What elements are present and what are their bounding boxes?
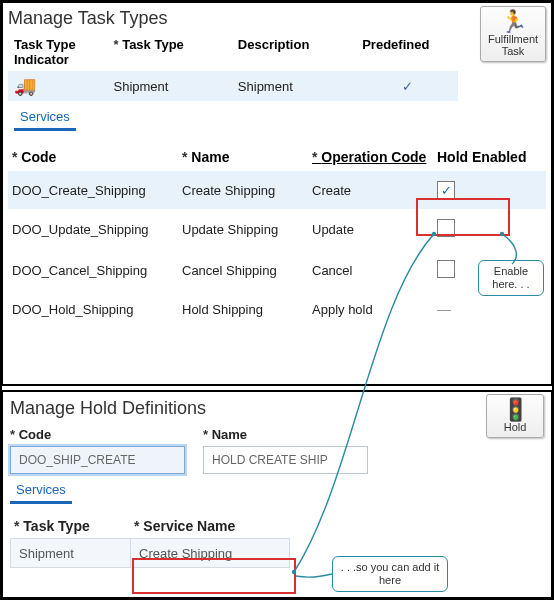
svc-name: Cancel Shipping xyxy=(182,263,312,278)
svc-code: DOO_Create_Shipping xyxy=(12,183,182,198)
hold-services-header: * Task Type * Service Name xyxy=(10,518,544,538)
th-code: Code xyxy=(21,149,56,165)
svc-op: Apply hold xyxy=(312,302,437,317)
th-tasktype2: Task Type xyxy=(23,518,89,534)
service-row[interactable]: DOO_Update_Shipping Update Shipping Upda… xyxy=(8,209,546,250)
tab-services[interactable]: Services xyxy=(14,107,76,131)
th-tasktype: * Task Type xyxy=(107,33,231,71)
badge-label: Fulfillment xyxy=(483,33,543,45)
hold-enabled-na: — xyxy=(437,301,453,317)
svc-op: Cancel xyxy=(312,263,437,278)
svc-code: DOO_Update_Shipping xyxy=(12,222,182,237)
fulfillment-task-badge: 🏃 Fulfillment Task xyxy=(480,6,546,62)
badge-label: Hold xyxy=(489,421,541,433)
manage-task-types-panel: Manage Task Types Task Type Indicator * … xyxy=(2,2,552,382)
traffic-light-icon: 🚦 xyxy=(489,399,541,421)
th-indicator: Task Type Indicator xyxy=(8,33,107,71)
svc-code: DOO_Hold_Shipping xyxy=(12,302,182,317)
hold-tasktype-cell[interactable]: Shipment xyxy=(10,538,130,568)
tab-services-bottom[interactable]: Services xyxy=(10,480,72,504)
task-type-value: Shipment xyxy=(107,71,231,101)
service-row[interactable]: DOO_Create_Shipping Create Shipping Crea… xyxy=(8,171,546,209)
svc-code: DOO_Cancel_Shipping xyxy=(12,263,182,278)
badge-label: Task xyxy=(483,45,543,57)
hold-badge: 🚦 Hold xyxy=(486,394,544,438)
label-name: Name xyxy=(212,427,247,442)
svc-name: Hold Shipping xyxy=(182,302,312,317)
svc-op: Update xyxy=(312,222,437,237)
hold-enabled-checkbox[interactable]: ✓ xyxy=(437,181,455,199)
code-input[interactable] xyxy=(10,446,185,474)
th-predefined: Predefined xyxy=(356,33,458,71)
manage-hold-definitions-panel: Manage Hold Definitions * Code * Name Se… xyxy=(2,392,552,598)
service-row[interactable]: DOO_Hold_Shipping Hold Shipping Apply ho… xyxy=(8,291,546,327)
task-type-description: Shipment xyxy=(232,71,356,101)
th-servicename: Service Name xyxy=(143,518,235,534)
hold-service-row[interactable]: Shipment Create Shipping xyxy=(10,538,544,568)
predefined-check-icon: ✓ xyxy=(356,71,458,101)
svc-op: Create xyxy=(312,183,437,198)
label-code: Code xyxy=(19,427,52,442)
th-op[interactable]: Operation Code xyxy=(321,149,426,165)
svc-name: Update Shipping xyxy=(182,222,312,237)
task-type-summary-table: Task Type Indicator * Task Type Descript… xyxy=(8,33,458,101)
svc-name: Create Shipping xyxy=(182,183,312,198)
hold-servicename-cell[interactable]: Create Shipping xyxy=(130,538,290,568)
th-hold: Hold Enabled xyxy=(437,149,526,165)
page-title-bottom: Manage Hold Definitions xyxy=(10,398,544,419)
hold-enabled-checkbox[interactable] xyxy=(437,219,455,237)
panel-separator xyxy=(2,384,552,392)
truck-icon: 🚚 xyxy=(8,71,107,101)
th-name: Name xyxy=(191,149,229,165)
callout-add-here: . . .so you can add it here xyxy=(332,556,448,592)
services-header: * Code * Name * Operation Code Hold Enab… xyxy=(8,145,546,171)
callout-enable-here: Enable here. . . xyxy=(478,260,544,296)
service-row[interactable]: DOO_Cancel_Shipping Cancel Shipping Canc… xyxy=(8,250,546,291)
name-input[interactable] xyxy=(203,446,368,474)
running-person-icon: 🏃 xyxy=(483,11,543,33)
page-title-top: Manage Task Types xyxy=(8,8,546,29)
task-type-row[interactable]: 🚚 Shipment Shipment ✓ xyxy=(8,71,458,101)
hold-enabled-checkbox[interactable] xyxy=(437,260,455,278)
th-description: Description xyxy=(232,33,356,71)
